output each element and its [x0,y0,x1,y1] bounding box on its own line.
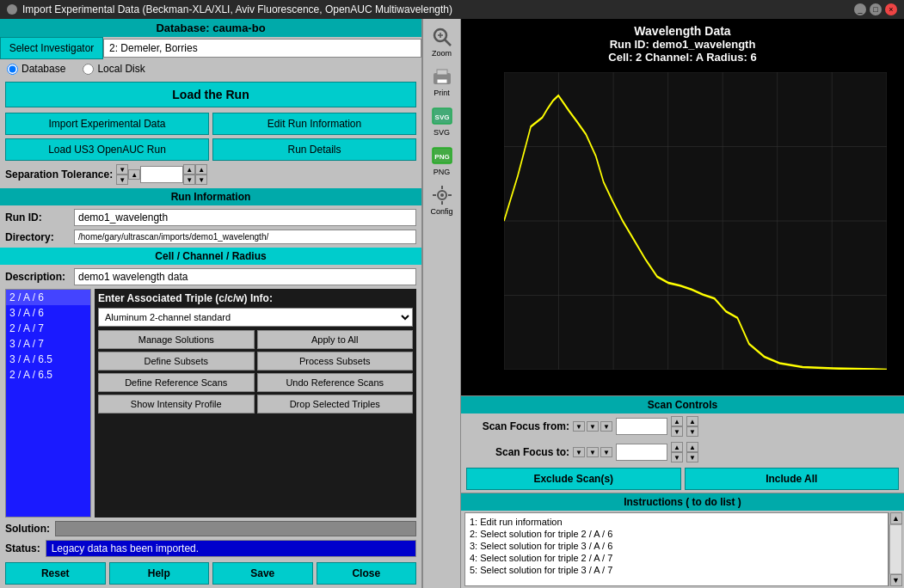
include-all-button[interactable]: Include All [685,468,900,490]
svg-rect-15 [433,194,436,196]
undo-reference-scans-button[interactable]: Undo Reference Scans [257,373,414,392]
scan-from-inc2[interactable]: ▲ [686,416,698,426]
triple-list-item[interactable]: 2 / A / 6.5 [6,367,90,383]
status-label: Status: [5,542,40,554]
desc-value: demo1 wavelength data [74,268,416,285]
close-button[interactable]: Close [317,562,417,585]
sep-spin-up-btn[interactable]: ▲ [128,169,140,180]
zoom-icon-btn[interactable]: Zoom [427,22,457,60]
minimize-button[interactable]: _ [854,3,866,15]
run-details-button[interactable]: Run Details [212,138,416,161]
triple-action-buttons: Manage Solutions Apply to All Define Sub… [98,330,413,413]
scan-from-spin3[interactable]: ▼ [600,421,612,432]
scan-focus-from-row: Scan Focus from: ▼ ▼ ▼ 0 ▲ ▼ ▲ ▼ [461,413,904,439]
instructions-body: 1: Edit run information2: Select solutio… [461,511,904,588]
chart-title: Wavelength Data Run ID: demo1_wavelength… [461,19,904,65]
svg-rect-6 [437,79,447,83]
local-disk-radio[interactable] [83,64,94,75]
instruction-item: 5: Select solution for triple 3 / A / 7 [468,564,885,576]
scan-from-spin2[interactable]: ▼ [587,421,599,432]
scroll-down-arrow[interactable]: ▼ [890,574,902,586]
right-content: Wavelength Data Run ID: demo1_wavelength… [461,19,904,588]
status-value: Legacy data has been imported. [46,540,416,557]
triple-list-item[interactable]: 2 / A / 7 [6,321,90,336]
print-icon [430,64,454,89]
sep-inc-btn[interactable]: ▲ [183,164,195,175]
scan-to-dec[interactable]: ▼ [671,452,683,462]
scan-from-inc[interactable]: ▲ [671,416,683,426]
drop-selected-triples-button[interactable]: Drop Selected Triples [257,395,414,413]
action-buttons-row2: Load US3 OpenAUC Run Run Details [5,138,416,161]
define-reference-scans-button[interactable]: Define Reference Scans [98,373,255,392]
scan-to-dec2[interactable]: ▼ [686,452,698,462]
load-us3-button[interactable]: Load US3 OpenAUC Run [5,138,209,161]
svg-rect-5 [437,70,447,75]
maximize-button[interactable]: □ [870,3,882,15]
define-subsets-button[interactable]: Define Subsets [98,352,255,371]
directory-row: Directory: /home/gary/ultrascan/imports/… [0,228,421,246]
scan-focus-from-label: Scan Focus from: [466,420,569,432]
apply-to-all-button[interactable]: Apply to All [257,330,414,349]
svg-text:SVG: SVG [434,113,449,121]
png-icon-btn[interactable]: PNG PNG [427,141,457,179]
solution-row: Solution: [0,519,421,538]
scan-focus-to-label: Scan Focus to: [466,446,569,458]
import-experimental-data-button[interactable]: Import Experimental Data [5,113,209,135]
svg-icon: SVG [430,104,454,128]
scroll-up-arrow[interactable]: ▲ [890,512,902,524]
triple-list-item[interactable]: 3 / A / 7 [6,336,90,352]
scan-to-inc2[interactable]: ▲ [686,442,698,452]
run-info-header: Run Information [0,188,421,205]
instruction-item: 3: Select solution for triple 3 / A / 6 [468,540,885,552]
desc-row: Description: demo1 wavelength data [0,266,421,287]
triple-list-item[interactable]: 3 / A / 6 [6,305,90,321]
edit-run-information-button[interactable]: Edit Run Information [212,113,416,135]
instruction-item: 4: Select solution for triple 2 / A / 7 [468,552,885,564]
triple-list-item[interactable]: 2 / A / 6 [6,290,90,305]
process-subsets-button[interactable]: Process Subsets [257,352,414,371]
database-radio-label[interactable]: Database [7,63,65,75]
scan-focus-from-input[interactable]: 0 [616,418,667,435]
scroll-track[interactable] [889,524,902,574]
directory-label: Directory: [5,231,74,243]
window-title: Import Experimental Data (Beckman-XLA/XL… [22,3,452,15]
scan-controls: Scan Controls Scan Focus from: ▼ ▼ ▼ 0 ▲… [461,395,904,493]
exclude-scans-button[interactable]: Exclude Scan(s) [466,468,681,490]
sep-spin-down-btn[interactable]: ▼ [116,164,128,175]
zoom-icon [430,25,454,49]
select-investigator-button[interactable]: Select Investigator [0,37,103,59]
sep-spin-down2-btn[interactable]: ▼ [116,175,128,185]
footer-buttons: Reset Help Save Close [0,559,421,588]
scan-from-dec2[interactable]: ▼ [686,426,698,437]
config-icon-btn[interactable]: Config [427,181,457,218]
help-button[interactable]: Help [109,562,210,585]
scan-to-inc[interactable]: ▲ [671,442,683,452]
sep-dec-btn[interactable]: ▼ [183,175,195,185]
scan-to-spin3[interactable]: ▼ [600,447,612,457]
print-label: Print [434,89,450,97]
triple-dropdown[interactable]: Aluminum 2-channel standardStandard 2-ch… [98,308,413,327]
scan-focus-to-input[interactable]: 0 [616,444,667,461]
sep-inc2-btn[interactable]: ▲ [195,164,207,175]
sep-dec2-btn[interactable]: ▼ [195,175,207,185]
sep-tolerance-input[interactable]: 0.1 [140,166,183,183]
svg-line-1 [445,40,451,46]
svg-icon-btn[interactable]: SVG SVG [427,101,457,139]
svg-rect-13 [441,186,443,189]
show-intensity-profile-button[interactable]: Show Intensity Profile [98,395,255,413]
print-icon-btn[interactable]: Print [427,62,457,100]
triple-list-item[interactable]: 3 / A / 6.5 [6,352,90,367]
database-radio[interactable] [7,64,18,75]
manage-solutions-button[interactable]: Manage Solutions [98,330,255,349]
status-row: Status: Legacy data has been imported. [0,538,421,559]
save-button[interactable]: Save [212,562,313,585]
scan-from-dec[interactable]: ▼ [671,426,683,437]
reset-button[interactable]: Reset [5,562,106,585]
scan-to-spin1[interactable]: ▼ [573,447,585,457]
sep-spin-group: ▼ ▼ ▲ 0.1 ▲ ▼ ▲ ▼ [116,164,207,185]
local-disk-radio-label[interactable]: Local Disk [83,63,145,75]
scan-to-spin2[interactable]: ▼ [587,447,599,457]
load-run-button[interactable]: Load the Run [5,82,416,107]
close-window-button[interactable]: × [885,3,897,15]
scan-from-spin1[interactable]: ▼ [573,421,585,432]
